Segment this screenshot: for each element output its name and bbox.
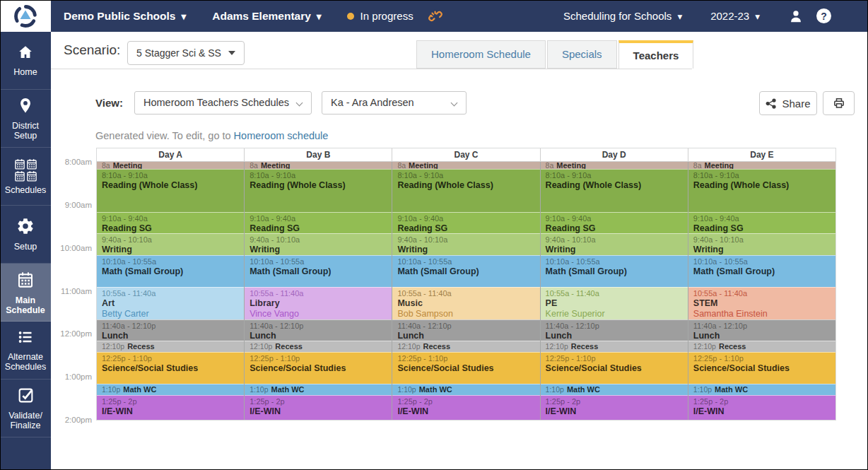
block-name: Math WC (123, 386, 156, 394)
day-column: 8aMeeting8:10a - 9:10aReading (Whole Cla… (688, 162, 835, 420)
gear-icon (16, 217, 35, 238)
time-label: 8:00am (51, 157, 92, 167)
year-selector[interactable]: 2022-23 ▾ (710, 10, 760, 22)
block-time: 8a (546, 162, 554, 170)
sidebar-item-validate-finalize[interactable]: Validate/​Finalize (0, 380, 51, 437)
block-time: 12:25p - 1:10p (397, 353, 536, 363)
block-time: 10:10a - 10:55a (102, 257, 241, 266)
sidebar-item-alternate-schedules[interactable]: Alternate Schedules (0, 322, 51, 380)
schedule-block: 12:25p - 1:10pScience/Social Studies (392, 352, 539, 384)
block-name: Lunch (546, 331, 685, 341)
block-name: Reading SG (250, 223, 389, 233)
chevron-down-icon: ▾ (181, 11, 186, 22)
help-button[interactable]: ? (816, 8, 831, 23)
block-name: Science/Social Studies (693, 363, 833, 374)
district-selector[interactable]: Demo Public Schools ▾ (64, 10, 186, 23)
schedule-block: 9:10a - 9:40aReading SG (688, 212, 835, 233)
print-button[interactable] (823, 91, 855, 115)
block-name: Writing (546, 245, 685, 254)
sidebar-item-label: Alternate Schedules (1, 352, 50, 372)
status-label: In progress (360, 10, 414, 22)
grid-body: 8aMeeting8:10a - 9:10aReading (Whole Cla… (97, 162, 835, 420)
sidebar-item-setup[interactable]: Setup (0, 206, 51, 264)
block-time: 12:10p (397, 343, 420, 351)
app-switcher[interactable]: Scheduling for Schools ▾ (563, 10, 682, 22)
block-name: Reading SG (397, 223, 536, 233)
sidebar: HomeDistrict SetupSchedulesSetupMain Sch… (0, 32, 51, 470)
block-time: 12:10p (546, 343, 568, 351)
calendar-icon (16, 270, 35, 292)
schedule-block: 10:10a - 10:55aMath (Small Group) (245, 255, 392, 288)
school-selector[interactable]: Adams Elementary ▾ (212, 10, 321, 23)
time-label: 2:00pm (51, 415, 92, 425)
schedule-block: 8aMeeting (245, 162, 392, 169)
block-name: Math WC (715, 386, 748, 394)
block-name: Meeting (113, 162, 143, 170)
block-name: Lunch (102, 331, 241, 341)
tab-teachers[interactable]: Teachers (618, 40, 694, 69)
schedule-block: 8aMeeting (541, 162, 688, 169)
sidebar-item-main-schedule[interactable]: Main Schedule (0, 264, 51, 322)
share-button[interactable]: Share (759, 91, 817, 115)
checkbox-icon (17, 387, 35, 407)
schedule-block: 8:10a - 9:10aReading (Whole Class) (688, 169, 835, 212)
block-time: 9:10a - 9:40a (397, 213, 536, 223)
sidebar-item-label: Schedules (5, 185, 46, 195)
block-name: I/E-WIN (693, 406, 833, 417)
time-label: 12:00pm (51, 329, 92, 339)
block-time: 12:25p - 1:10p (250, 353, 389, 363)
homeroom-schedule-link[interactable]: Homeroom schedule (234, 130, 329, 141)
scenario-dropdown[interactable]: 5 Stagger Sci & SS (127, 41, 245, 65)
year-value: 2022-23 (710, 10, 749, 22)
tab-bar: Homeroom ScheduleSpecialsTeachers (416, 40, 693, 69)
sidebar-item-home[interactable]: Home (0, 32, 51, 90)
block-time: 1:10p (250, 386, 268, 394)
block-time: 10:55a - 11:40a (546, 288, 685, 298)
block-time: 1:25p - 2p (250, 396, 389, 406)
teacher-select[interactable]: Ka - Ara Andresen (322, 91, 467, 114)
printer-icon (833, 97, 845, 110)
user-menu[interactable] (788, 8, 804, 24)
time-label: 11:00am (51, 286, 92, 296)
schedule-block: 1:10pMath WC (688, 384, 835, 394)
block-name: Math WC (271, 386, 304, 394)
block-name: STEM (693, 298, 833, 309)
tab-homeroom-schedule[interactable]: Homeroom Schedule (416, 40, 546, 69)
view-select[interactable]: Homeroom Teachers Schedules (134, 91, 312, 114)
block-name: Reading SG (102, 223, 241, 233)
view-label: View: (95, 91, 123, 115)
block-name: Science/Social Studies (546, 363, 685, 374)
day-column: 8aMeeting8:10a - 9:10aReading (Whole Cla… (540, 162, 688, 420)
unlink-button[interactable] (428, 8, 443, 24)
app-logo[interactable] (0, 0, 51, 32)
schedule-block: 10:10a - 10:55aMath (Small Group) (97, 255, 244, 288)
block-name: Science/Social Studies (250, 363, 389, 374)
block-time: 9:10a - 9:40a (546, 213, 685, 223)
block-time: 12:10p (102, 343, 124, 351)
block-time: 11:40a - 12:10p (250, 321, 389, 331)
block-name: Reading (Whole Class) (546, 180, 685, 191)
chevron-down-icon: ▾ (677, 11, 682, 22)
day-header: Day E (688, 148, 835, 161)
sidebar-item-district-setup[interactable]: District Setup (0, 90, 51, 148)
day-column: 8aMeeting8:10a - 9:10aReading (Whole Cla… (392, 162, 539, 420)
app-root: Demo Public Schools ▾ Adams Elementary ▾… (0, 0, 868, 470)
sidebar-item-schedules[interactable]: Schedules (0, 148, 51, 206)
share-icon (766, 98, 776, 109)
schedule-block: 8aMeeting (392, 162, 539, 169)
time-label: 1:00pm (51, 372, 92, 382)
block-time: 12:25p - 1:10p (693, 353, 833, 363)
block-teacher: Vince Vango (250, 309, 389, 319)
block-time: 11:40a - 12:10p (546, 321, 685, 331)
block-name: Math (Small Group) (546, 266, 685, 277)
block-name: Math WC (567, 386, 600, 394)
block-name: Lunch (250, 331, 389, 341)
schedule-grid: Day ADay BDay CDay DDay E 8aMeeting8:10a… (96, 148, 836, 421)
schedule-block: 9:40a - 10:10aWriting (688, 233, 835, 254)
tab-specials[interactable]: Specials (547, 40, 617, 69)
sidebar-item-label: Validate/​Finalize (1, 411, 50, 430)
block-name: Lunch (397, 331, 536, 341)
block-time: 8:10a - 9:10a (693, 170, 833, 180)
list-icon (16, 329, 35, 348)
schedule-block: 9:10a - 9:40aReading SG (97, 212, 244, 233)
